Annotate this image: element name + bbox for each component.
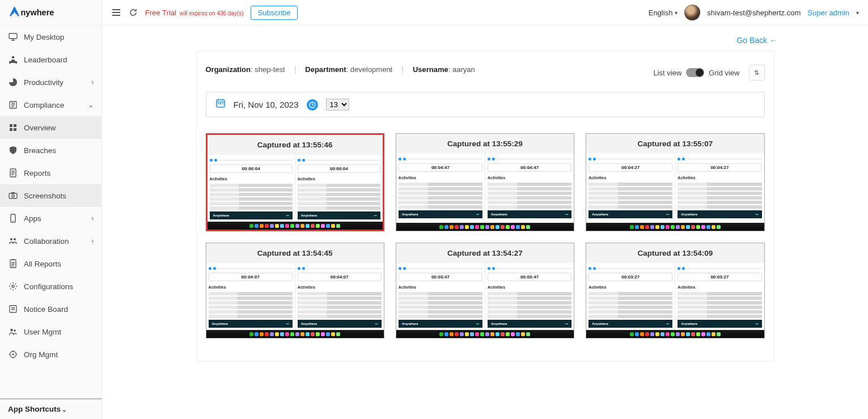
- sidebar-item-productivity[interactable]: Productivity›: [0, 71, 101, 94]
- sidebar-item-apps[interactable]: Apps›: [0, 207, 101, 230]
- svg-rect-3: [9, 61, 11, 64]
- screenshot-card[interactable]: Captured at 13:54:45 00:04:07 Activities…: [206, 243, 384, 338]
- users-icon: [8, 327, 18, 337]
- sidebar-item-user-mgmt[interactable]: User Mgmt: [0, 320, 101, 343]
- screenshot-card[interactable]: Captured at 13:54:09 00:03:27 Activities…: [586, 243, 764, 338]
- card-title: Captured at 13:54:27: [396, 243, 574, 263]
- card-title: Captured at 13:54:45: [206, 243, 384, 263]
- svg-point-19: [12, 285, 14, 287]
- main: Free Trial will expires on 436 day(s) Su…: [102, 0, 868, 419]
- sidebar-item-label: Breaches: [24, 146, 56, 155]
- reports-icon: [8, 168, 18, 178]
- user-email: shivam-test@shephertz.com: [707, 9, 801, 17]
- sidebar-item-leaderboard[interactable]: Leaderboard: [0, 48, 101, 71]
- sidebar-item-label: Overview: [24, 124, 56, 132]
- user-role: Super admin: [807, 9, 849, 17]
- chevron-icon: ⌄: [88, 101, 94, 109]
- grid-icon: [8, 122, 18, 133]
- language-selector[interactable]: English ▾: [649, 9, 678, 17]
- sidebar-item-label: All Reports: [24, 260, 61, 268]
- hamburger-icon[interactable]: [111, 7, 121, 18]
- calendar-icon[interactable]: [215, 98, 226, 111]
- user-menu-caret[interactable]: ▾: [856, 10, 859, 16]
- svg-rect-4: [15, 61, 17, 64]
- sidebar-item-label: Compliance: [24, 101, 64, 109]
- sidebar-item-my-desktop[interactable]: My Desktop: [0, 26, 101, 48]
- screenshot-card[interactable]: Captured at 13:54:27 00:03:47 Activities…: [396, 243, 574, 338]
- view-toggle[interactable]: [686, 68, 704, 77]
- screenshot-thumb: 00:03:47 Activities Anywhere••• 00:03:47…: [396, 263, 574, 338]
- pie-icon: [8, 77, 18, 87]
- leaderboard-icon: [8, 54, 18, 65]
- screenshot-thumb: 00:03:27 Activities Anywhere••• 00:03:27…: [586, 263, 764, 338]
- sidebar-item-label: Collaboration: [24, 237, 69, 246]
- card-title: Captured at 13:55:07: [586, 134, 764, 154]
- svg-rect-6: [10, 124, 12, 127]
- screenshot-thumb: 00:04:27 Activities Anywhere••• 00:04:27…: [586, 154, 764, 231]
- svg-point-12: [12, 194, 14, 197]
- trial-label: Free Trial: [145, 9, 176, 17]
- screenshot-thumb: 00:04:07 Activities Anywhere••• 00:04:07…: [206, 263, 384, 338]
- notice-icon: [8, 304, 18, 314]
- sidebar-item-all-reports[interactable]: All Reports: [0, 252, 101, 275]
- card-title: Captured at 13:54:09: [586, 243, 764, 263]
- sidebar-item-notice-board[interactable]: Notice Board: [0, 298, 101, 320]
- sidebar-item-label: Screenshots: [24, 192, 66, 200]
- subscribe-button[interactable]: Subscribe: [251, 6, 298, 20]
- sidebar-item-breaches[interactable]: Breaches: [0, 139, 101, 162]
- screenshot-card[interactable]: Captured at 13:55:46 00:00:04 Activities…: [206, 133, 384, 231]
- svg-rect-27: [220, 103, 221, 104]
- sidebar: nywhere My DesktopLeaderboardProductivit…: [0, 0, 102, 419]
- sidebar-item-label: Configurations: [24, 282, 73, 291]
- svg-point-24: [12, 353, 14, 355]
- hour-select[interactable]: 13: [326, 99, 349, 111]
- sidebar-item-label: Productivity: [24, 78, 63, 87]
- screenshot-card[interactable]: Captured at 13:55:29 00:04:47 Activities…: [396, 133, 574, 231]
- topbar: Free Trial will expires on 436 day(s) Su…: [102, 0, 868, 26]
- chevron-icon: ›: [91, 214, 94, 222]
- sidebar-item-org-mgmt[interactable]: Org Mgmt: [0, 343, 101, 366]
- svg-point-2: [12, 56, 14, 58]
- clock-icon[interactable]: [307, 99, 318, 111]
- svg-point-16: [10, 238, 12, 240]
- svg-point-22: [14, 329, 16, 332]
- avatar[interactable]: [684, 5, 700, 20]
- sidebar-item-configurations[interactable]: Configurations: [0, 275, 101, 298]
- go-back-link[interactable]: Go Back ←: [125, 33, 845, 50]
- sidebar-item-overview[interactable]: Overview: [0, 116, 101, 139]
- sidebar-item-collaboration[interactable]: Collaboration›: [0, 230, 101, 252]
- sort-button[interactable]: ⇅: [749, 65, 765, 81]
- breadcrumb: Organization: shep-test | Department: de…: [206, 65, 475, 74]
- desktop-icon: [8, 32, 18, 42]
- screenshot-thumb: 00:04:47 Activities Anywhere••• 00:04:47…: [396, 154, 574, 231]
- allreports-icon: [8, 259, 18, 269]
- svg-rect-11: [9, 193, 17, 198]
- screenshot-panel: Organization: shep-test | Department: de…: [196, 50, 774, 362]
- refresh-icon[interactable]: [128, 7, 138, 18]
- logo: nywhere: [0, 0, 101, 26]
- sidebar-item-compliance[interactable]: Compliance⌄: [0, 94, 101, 116]
- sidebar-item-screenshots[interactable]: Screenshots: [0, 184, 101, 207]
- sidebar-item-reports[interactable]: Reports: [0, 162, 101, 184]
- svg-rect-8: [10, 128, 12, 131]
- card-title: Captured at 13:55:29: [396, 134, 574, 154]
- svg-rect-7: [14, 124, 16, 127]
- svg-rect-13: [11, 192, 15, 194]
- shield-icon: [8, 145, 18, 155]
- gear-icon: [8, 281, 18, 291]
- sidebar-item-label: Leaderboard: [24, 56, 67, 64]
- svg-point-15: [12, 221, 14, 222]
- sidebar-item-label: Org Mgmt: [24, 350, 58, 359]
- screenshot-card[interactable]: Captured at 13:55:07 00:04:27 Activities…: [586, 133, 764, 231]
- svg-rect-26: [218, 103, 219, 104]
- selected-date[interactable]: Fri, Nov 10, 2023: [234, 100, 299, 109]
- phone-icon: [8, 213, 18, 223]
- app-shortcuts[interactable]: App Shortcuts⌄: [0, 399, 101, 419]
- sidebar-item-label: My Desktop: [24, 33, 64, 41]
- card-title: Captured at 13:55:46: [208, 135, 383, 155]
- sidebar-item-label: User Mgmt: [24, 328, 61, 336]
- sidebar-item-label: Apps: [24, 214, 41, 223]
- compliance-icon: [8, 100, 18, 110]
- svg-rect-28: [222, 103, 223, 104]
- svg-point-21: [10, 329, 12, 331]
